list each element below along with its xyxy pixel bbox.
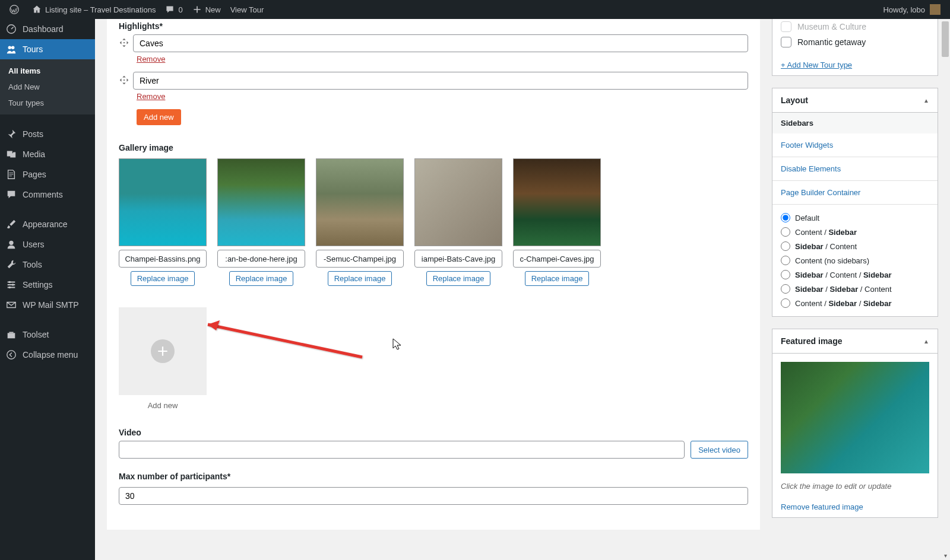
gallery-thumbnail[interactable] xyxy=(217,158,305,246)
sidebar-item-label: Posts xyxy=(23,129,43,139)
sidebar-item-tours[interactable]: Tours xyxy=(0,39,95,59)
remove-featured-image-link[interactable]: Remove featured image xyxy=(772,497,938,517)
sidebar-collapse[interactable]: Collapse menu xyxy=(0,345,95,365)
drag-handle-icon[interactable] xyxy=(119,75,133,87)
replace-image-button[interactable]: Replace image xyxy=(229,271,294,286)
radio-input[interactable] xyxy=(781,227,790,237)
view-tour-label: View Tour xyxy=(230,5,264,14)
gallery-thumbnail[interactable] xyxy=(414,158,502,246)
add-new-highlight-button[interactable]: Add new xyxy=(137,109,181,125)
layout-radio-option[interactable]: Sidebar / Content xyxy=(772,239,938,253)
svg-point-10 xyxy=(7,351,15,359)
radio-input[interactable] xyxy=(781,241,790,251)
sidebar-item-comments[interactable]: Comments xyxy=(0,184,95,205)
sidebar-item-appearance[interactable]: Appearance xyxy=(0,214,95,234)
replace-image-button[interactable]: Replace image xyxy=(426,271,491,286)
select-video-button[interactable]: Select video xyxy=(691,441,748,459)
sidebar-item-label: Tools xyxy=(23,260,42,269)
widget-layout: Layout▲ Sidebars Footer Widgets Disable … xyxy=(772,88,938,317)
sidebar-item-users[interactable]: Users xyxy=(0,234,95,254)
svg-point-7 xyxy=(12,284,14,286)
collapse-icon xyxy=(6,349,17,360)
wp-logo[interactable] xyxy=(5,0,27,19)
gallery-item: -Semuc-Champei.jpg Replace image xyxy=(316,158,404,286)
view-tour-link[interactable]: View Tour xyxy=(226,0,269,19)
howdy-link[interactable]: Howdy, lobo xyxy=(878,0,945,19)
new-content-link[interactable]: New xyxy=(188,0,226,19)
sidebar-item-label: Media xyxy=(23,149,45,159)
layout-link[interactable]: Footer Widgets xyxy=(772,133,938,157)
radio-input[interactable] xyxy=(781,213,790,222)
sidebar-item-wp-mail-smtp[interactable]: WP Mail SMTP xyxy=(0,295,95,315)
radio-input[interactable] xyxy=(781,256,790,265)
replace-image-button[interactable]: Replace image xyxy=(131,271,195,286)
dashboard-icon xyxy=(6,24,17,34)
layout-link[interactable]: Disable Elements xyxy=(772,157,938,181)
sidebar-item-dashboard[interactable]: Dashboard xyxy=(0,19,95,39)
sidebar-item-pages[interactable]: Pages xyxy=(0,164,95,184)
svg-rect-9 xyxy=(8,333,15,338)
layout-radio-option[interactable]: Content / Sidebar / Sidebar xyxy=(772,296,938,310)
howdy-text: Howdy, lobo xyxy=(883,5,925,14)
layout-link[interactable]: Page Builder Container xyxy=(772,181,938,205)
radio-input[interactable] xyxy=(781,284,790,294)
comment-icon xyxy=(165,5,175,14)
sidebar-subitem-tour-types[interactable]: Tour types xyxy=(0,95,95,111)
scrollbar[interactable]: ▴ ▾ xyxy=(940,19,950,530)
svg-point-2 xyxy=(8,46,11,49)
highlight-input[interactable] xyxy=(133,72,748,90)
max-participants-input[interactable] xyxy=(119,487,748,505)
sidebar-item-settings[interactable]: Settings xyxy=(0,275,95,295)
gallery-add-new[interactable]: Add new xyxy=(119,307,207,410)
replace-image-button[interactable]: Replace image xyxy=(525,271,590,286)
comments-link[interactable]: 0 xyxy=(160,0,187,19)
checkbox-icon xyxy=(781,37,791,47)
radio-input[interactable] xyxy=(781,298,790,308)
widget-toggle[interactable]: Layout▲ xyxy=(772,88,938,113)
radio-label: Sidebar / Sidebar / Content xyxy=(795,285,892,294)
chevron-up-icon: ▲ xyxy=(923,97,929,104)
radio-label: Content (no sidebars) xyxy=(795,256,869,265)
checkbox-icon xyxy=(781,21,791,32)
replace-image-button[interactable]: Replace image xyxy=(328,271,392,286)
highlight-input[interactable] xyxy=(133,34,748,52)
layout-radio-option[interactable]: Sidebar / Content / Sidebar xyxy=(772,268,938,282)
tour-type-checkbox[interactable]: Romantic getaway xyxy=(772,34,938,50)
tour-type-checkbox[interactable]: Museum & Culture xyxy=(772,19,938,34)
video-input[interactable] xyxy=(119,441,685,459)
scrollbar-thumb[interactable] xyxy=(942,21,949,57)
radio-input[interactable] xyxy=(781,270,790,279)
sidebar-item-posts[interactable]: Posts xyxy=(0,124,95,144)
add-new-tour-type-link[interactable]: + Add New Tour type xyxy=(772,55,938,75)
layout-radio-option[interactable]: Content (no sidebars) xyxy=(772,253,938,268)
layout-radio-option[interactable]: Default xyxy=(772,211,938,225)
site-name-link[interactable]: Listing site – Travel Destinations xyxy=(27,0,160,19)
gallery-thumbnail[interactable] xyxy=(316,158,404,246)
radio-label: Sidebar / Content xyxy=(795,242,857,251)
drag-handle-icon[interactable] xyxy=(119,37,133,50)
remove-link[interactable]: Remove xyxy=(137,55,165,63)
featured-image-thumbnail[interactable] xyxy=(781,362,929,473)
add-new-tile[interactable] xyxy=(119,307,207,395)
video-row: Select video xyxy=(119,441,748,459)
sidebar-subitem-add-new[interactable]: Add New xyxy=(0,79,95,95)
gallery-thumbnail[interactable] xyxy=(119,158,207,246)
gallery-grid: Champei-Bassins.png Replace image :an-be… xyxy=(119,158,748,410)
comment-icon xyxy=(6,189,17,200)
featured-image-hint: Click the image to edit or update xyxy=(772,482,938,497)
sidebar-subitem-all-items[interactable]: All items xyxy=(0,63,95,79)
sidebar-item-label: Users xyxy=(23,240,45,249)
sidebar-item-label: Pages xyxy=(23,170,46,179)
sidebar-item-toolset[interactable]: Toolset xyxy=(0,324,95,345)
remove-link[interactable]: Remove xyxy=(137,92,165,101)
layout-radio-option[interactable]: Content / Sidebar xyxy=(772,225,938,239)
mail-icon xyxy=(6,300,17,310)
aside-column: Museum & Culture Romantic getaway + Add … xyxy=(772,19,938,530)
layout-radio-option[interactable]: Sidebar / Sidebar / Content xyxy=(772,282,938,296)
gallery-thumbnail[interactable] xyxy=(513,158,601,246)
sidebar-item-media[interactable]: Media xyxy=(0,144,95,164)
sidebar-item-tools[interactable]: Tools xyxy=(0,254,95,275)
widget-title: Layout xyxy=(781,96,808,105)
widget-toggle[interactable]: Featured image▲ xyxy=(772,329,938,354)
sidebar-item-label: Settings xyxy=(23,280,53,289)
